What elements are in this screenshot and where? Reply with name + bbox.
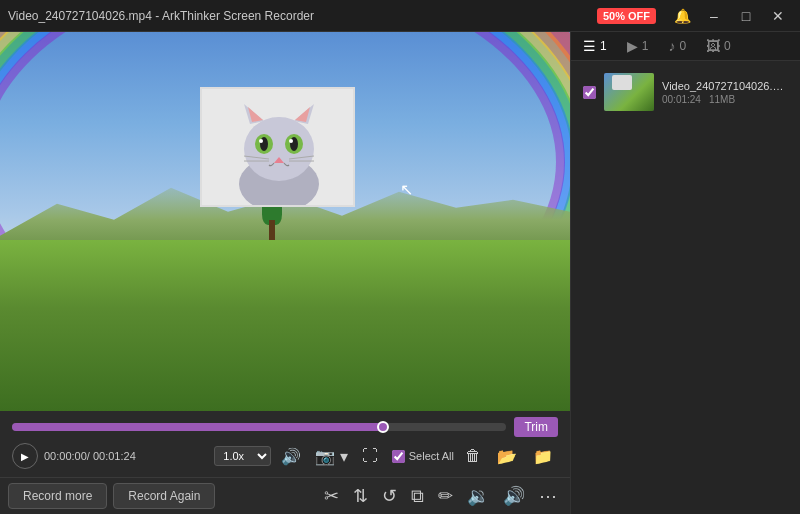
more-tool[interactable]: ⋯ bbox=[534, 482, 562, 510]
close-button[interactable]: ✕ bbox=[764, 2, 792, 30]
audio-up-tool[interactable]: 🔊 bbox=[498, 482, 530, 510]
tab-image[interactable]: 🖼 0 bbox=[702, 36, 735, 56]
image-count: 0 bbox=[724, 39, 731, 53]
export-icon[interactable]: 📁 bbox=[528, 444, 558, 469]
select-all-checkbox[interactable] bbox=[392, 450, 405, 463]
progress-row: Trim bbox=[12, 417, 558, 437]
tree-trunk bbox=[269, 220, 275, 240]
tab-music[interactable]: ♪ 0 bbox=[664, 36, 690, 56]
titlebar: Video_240727104026.mp4 - ArkThinker Scre… bbox=[0, 0, 800, 32]
grass-field bbox=[0, 240, 570, 411]
main-area: ↖ Trim ▶ 00:00:00/ 00:01:24 1.0x 1.25x 1… bbox=[0, 32, 800, 514]
adjust-tool[interactable]: ⇅ bbox=[348, 482, 373, 510]
timeline-handle[interactable] bbox=[377, 421, 389, 433]
media-meta: 00:01:24 11MB bbox=[662, 94, 788, 105]
image-icon: 🖼 bbox=[706, 38, 720, 54]
rotate-tool[interactable]: ↺ bbox=[377, 482, 402, 510]
trim-button[interactable]: Trim bbox=[514, 417, 558, 437]
media-list: Video_240727104026.mp4 00:01:24 11MB bbox=[571, 61, 800, 514]
folder-icon[interactable]: 📂 bbox=[492, 444, 522, 469]
right-panel: ☰ 1 ▶ 1 ♪ 0 🖼 0 bbox=[570, 32, 800, 514]
tab-video[interactable]: ☰ 1 bbox=[579, 36, 611, 56]
cat-image bbox=[202, 89, 353, 205]
minimize-button[interactable]: – bbox=[700, 2, 728, 30]
media-item[interactable]: Video_240727104026.mp4 00:01:24 11MB bbox=[579, 69, 792, 115]
media-checkbox[interactable] bbox=[583, 86, 596, 99]
media-size: 11MB bbox=[709, 94, 735, 105]
timeline-fill bbox=[12, 423, 383, 431]
controls-area: Trim ▶ 00:00:00/ 00:01:24 1.0x 1.25x 1.5… bbox=[0, 411, 570, 477]
playback-row: ▶ 00:00:00/ 00:01:24 1.0x 1.25x 1.5x 2.0… bbox=[12, 443, 558, 469]
record-again-button[interactable]: Record Again bbox=[113, 483, 215, 509]
titlebar-controls: 50% OFF 🔔 – □ ✕ bbox=[597, 2, 792, 30]
audio-down-tool[interactable]: 🔉 bbox=[462, 482, 494, 510]
record-more-button[interactable]: Record more bbox=[8, 483, 107, 509]
notification-icon[interactable]: 🔔 bbox=[668, 2, 696, 30]
copy-tool[interactable]: ⧉ bbox=[406, 483, 429, 510]
bottom-tools: ✂ ⇅ ↺ ⧉ ✏ 🔉 🔊 ⋯ bbox=[319, 482, 562, 510]
svg-point-2 bbox=[244, 117, 314, 181]
thumb-cat bbox=[612, 75, 632, 90]
speed-select[interactable]: 1.0x 1.25x 1.5x 2.0x 0.5x bbox=[214, 446, 271, 466]
edit-tool[interactable]: ✏ bbox=[433, 482, 458, 510]
bottom-toolbar: Record more Record Again ✂ ⇅ ↺ ⧉ ✏ 🔉 🔊 ⋯ bbox=[0, 477, 570, 514]
maximize-button[interactable]: □ bbox=[732, 2, 760, 30]
svg-point-12 bbox=[289, 139, 293, 143]
tab-play[interactable]: ▶ 1 bbox=[623, 36, 653, 56]
music-icon: ♪ bbox=[668, 38, 675, 54]
play-count: 1 bbox=[642, 39, 649, 53]
video-count: 1 bbox=[600, 39, 607, 53]
video-player[interactable]: ↖ bbox=[0, 32, 570, 411]
media-thumbnail bbox=[604, 73, 654, 111]
time-total: 00:01:24 bbox=[93, 450, 136, 462]
timeline-bar[interactable] bbox=[12, 423, 506, 431]
cat-image-overlay bbox=[200, 87, 355, 207]
titlebar-left: Video_240727104026.mp4 - ArkThinker Scre… bbox=[8, 9, 314, 23]
scissors-tool[interactable]: ✂ bbox=[319, 482, 344, 510]
cat-svg bbox=[202, 89, 355, 207]
play-icon: ▶ bbox=[627, 38, 638, 54]
play-button[interactable]: ▶ bbox=[12, 443, 38, 469]
media-duration: 00:01:24 bbox=[662, 94, 701, 105]
select-all-area: Select All bbox=[392, 450, 454, 463]
select-all-label[interactable]: Select All bbox=[409, 450, 454, 462]
media-name: Video_240727104026.mp4 bbox=[662, 80, 788, 92]
list-icon: ☰ bbox=[583, 38, 596, 54]
delete-icon[interactable]: 🗑 bbox=[460, 444, 486, 468]
time-current: 00:00:00 bbox=[44, 450, 87, 462]
promo-badge[interactable]: 50% OFF bbox=[597, 8, 656, 24]
camera-icon[interactable]: 📷 ▾ bbox=[311, 445, 351, 468]
left-panel: ↖ Trim ▶ 00:00:00/ 00:01:24 1.0x 1.25x 1… bbox=[0, 32, 570, 514]
time-display: 00:00:00/ 00:01:24 bbox=[44, 450, 136, 462]
thumb-bg bbox=[604, 73, 654, 111]
app-title: Video_240727104026.mp4 - ArkThinker Scre… bbox=[8, 9, 314, 23]
media-info: Video_240727104026.mp4 00:01:24 11MB bbox=[662, 80, 788, 105]
right-tabs: ☰ 1 ▶ 1 ♪ 0 🖼 0 bbox=[571, 32, 800, 61]
music-count: 0 bbox=[679, 39, 686, 53]
fullscreen-icon[interactable]: ⛶ bbox=[358, 445, 382, 467]
volume-icon[interactable]: 🔊 bbox=[277, 445, 305, 468]
svg-point-11 bbox=[259, 139, 263, 143]
